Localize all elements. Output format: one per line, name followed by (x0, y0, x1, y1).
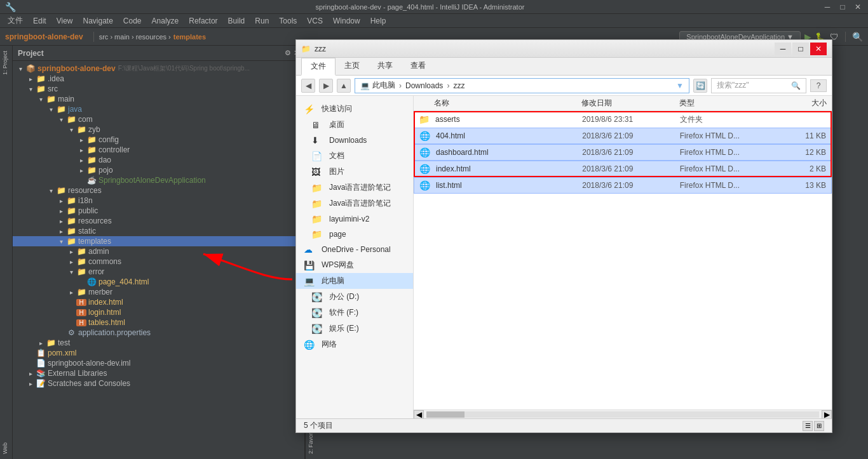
fe-back-btn[interactable]: ◀ (301, 79, 315, 93)
fe-nav-pictures[interactable]: 🖼 图片 (296, 164, 413, 180)
menu-tools[interactable]: Tools (274, 15, 302, 27)
fe-nav-this-pc[interactable]: 💻 此电脑 (296, 273, 413, 289)
tree-item-idea[interactable]: ▸ 📁 .idea (13, 74, 304, 84)
menu-navigate[interactable]: Navigate (78, 15, 118, 27)
tree-item-java[interactable]: ▾ 📁 java (13, 104, 304, 114)
find-btn[interactable]: 🔍 (852, 32, 863, 42)
fe-nav-page[interactable]: 📁 page (296, 227, 413, 242)
fe-nav-layui[interactable]: 📁 layuimini-v2 (296, 211, 413, 227)
fe-refresh-btn[interactable]: 🔄 (693, 79, 707, 93)
tree-item-admin[interactable]: ▸ 📁 admin (13, 246, 304, 256)
tree-item-iml[interactable]: 📄 springboot-alone-dev.iml (13, 358, 304, 368)
fe-file-index[interactable]: 🌐 index.html 2018/3/6 21:09 Firefox HTML… (414, 161, 832, 177)
tree-item-com[interactable]: ▾ 📁 com (13, 114, 304, 124)
tree-item-root[interactable]: ▾ 📦 springboot-alone-dev F:\课程\Java框架\01… (13, 63, 304, 74)
tree-item-pojo[interactable]: ▸ 📁 pojo (13, 165, 304, 175)
fe-address-field[interactable]: 💻 此电脑 › Downloads › zzz ▼ (355, 78, 689, 93)
tree-item-scratches[interactable]: ▸ 📝 Scratches and Consoles (13, 378, 304, 389)
left-tab-web[interactable]: Web (0, 437, 12, 459)
tree-item-src[interactable]: ▾ 📁 src (13, 84, 304, 94)
tree-item-i18n[interactable]: ▸ 📁 i18n (13, 196, 304, 206)
col-date[interactable]: 修改日期 (581, 98, 680, 109)
fe-nav-docs[interactable]: 📄 文档 (296, 148, 413, 164)
tree-item-app-class[interactable]: ☕ SpringbootAloneDevApplication (13, 175, 304, 185)
tree-item-commons[interactable]: ▸ 📁 commons (13, 256, 304, 267)
left-tab-project[interactable]: 1: Project (0, 46, 12, 80)
tree-item-config[interactable]: ▸ 📁 config (13, 135, 304, 145)
tree-item-resources-sub[interactable]: ▸ 📁 resources (13, 216, 304, 226)
menu-analyze[interactable]: Analyze (147, 15, 184, 27)
close-btn[interactable]: ✕ (853, 3, 863, 11)
fe-nav-f-drive[interactable]: 💽 软件 (F:) (296, 305, 413, 321)
fe-minimize-btn[interactable]: ─ (775, 43, 791, 55)
tree-item-resources-dir[interactable]: ▾ 📁 resources (13, 185, 304, 196)
fe-close-btn[interactable]: ✕ (810, 43, 827, 55)
fe-grid-view-icon[interactable]: ⊞ (814, 421, 824, 431)
fe-scrollbar-h[interactable]: ◀ ▶ (414, 409, 832, 418)
tree-item-controller[interactable]: ▸ 📁 controller (13, 145, 304, 155)
tree-item-static[interactable]: ▸ 📁 static (13, 226, 304, 236)
menu-view[interactable]: View (51, 15, 78, 27)
fe-tab-share[interactable]: 共享 (369, 58, 402, 75)
tree-arrow-test: ▸ (36, 340, 46, 347)
menu-edit[interactable]: Edit (28, 15, 51, 27)
fe-address-dropdown[interactable]: ▼ (676, 81, 684, 90)
fe-nav-quick-access[interactable]: ⚡ 快速访问 (296, 101, 413, 117)
tree-item-ext-libs[interactable]: ▸ 📚 External Libraries (13, 368, 304, 378)
fe-nav-onedrive[interactable]: ☁ OneDrive - Personal (296, 242, 413, 257)
col-size[interactable]: 大小 (778, 98, 827, 109)
fe-file-404[interactable]: 🌐 404.html 2018/3/6 21:09 Firefox HTML D… (414, 128, 832, 144)
fe-up-btn[interactable]: ▲ (337, 79, 351, 93)
scroll-right-btn[interactable]: ▶ (822, 410, 832, 419)
menu-refactor[interactable]: Refactor (184, 15, 222, 27)
fe-tab-file[interactable]: 文件 (301, 58, 336, 76)
menu-code[interactable]: Code (118, 15, 147, 27)
tree-item-zyb[interactable]: ▾ 📁 zyb (13, 124, 304, 135)
tree-item-tables-html[interactable]: H tables.html (13, 317, 304, 328)
scroll-left-btn[interactable]: ◀ (414, 410, 424, 419)
fe-nav-java2[interactable]: 📁 Java语言进阶笔记 (296, 196, 413, 211)
panel-settings-btn[interactable]: ⚙ (285, 49, 291, 57)
menu-run[interactable]: Run (250, 15, 274, 27)
fe-nav-d-drive[interactable]: 💽 办公 (D:) (296, 289, 413, 305)
fe-forward-btn[interactable]: ▶ (319, 79, 333, 93)
fe-nav-network[interactable]: 🌐 网络 (296, 336, 413, 352)
menu-build[interactable]: Build (223, 15, 250, 27)
fe-help-btn[interactable]: ? (810, 79, 827, 92)
tree-item-error[interactable]: ▾ 📁 error (13, 267, 304, 277)
menu-help[interactable]: Help (365, 15, 391, 27)
tree-item-404[interactable]: 🌐 page_404.html (13, 277, 304, 287)
network-icon: 🌐 (304, 340, 316, 350)
fe-tab-home[interactable]: 主页 (336, 58, 369, 75)
tree-item-merber[interactable]: ▸ 📁 merber (13, 287, 304, 297)
fe-nav-java1[interactable]: 📁 Java语言进阶笔记 (296, 180, 413, 196)
tree-item-app-props[interactable]: ⚙ application.properties (13, 328, 304, 338)
tree-item-login-html[interactable]: H login.html (13, 307, 304, 317)
fe-nav-desktop[interactable]: 🖥 桌面 (296, 117, 413, 133)
tree-item-pom[interactable]: 📋 pom.xml (13, 348, 304, 358)
col-type[interactable]: 类型 (679, 98, 778, 109)
tree-item-dao[interactable]: ▸ 📁 dao (13, 155, 304, 165)
fe-scroll-thumb[interactable] (426, 411, 465, 418)
fe-maximize-btn[interactable]: □ (792, 43, 809, 55)
tree-item-public[interactable]: ▸ 📁 public (13, 206, 304, 216)
tree-item-test[interactable]: ▸ 📁 test (13, 338, 304, 348)
fe-nav-downloads[interactable]: ⬇ Downloads (296, 133, 413, 148)
menu-window[interactable]: Window (328, 15, 365, 27)
fe-file-dashboard[interactable]: 🌐 dashboard.html 2018/3/6 21:09 Firefox … (414, 144, 832, 161)
menu-file[interactable]: 文件 (3, 14, 28, 27)
fe-search-field[interactable]: 搜索"zzz" 🔍 (711, 78, 806, 93)
minimize-btn[interactable]: ─ (822, 3, 832, 11)
fe-tab-view[interactable]: 查看 (402, 58, 435, 75)
tree-item-templates[interactable]: ▾ 📁 templates (13, 236, 304, 246)
menu-vcs[interactable]: VCS (302, 15, 328, 27)
fe-nav-e-drive[interactable]: 💽 娱乐 (E:) (296, 321, 413, 336)
fe-nav-wps[interactable]: 💾 WPS网盘 (296, 257, 413, 273)
fe-file-list-html[interactable]: 🌐 list.html 2018/3/6 21:09 Firefox HTML … (414, 177, 832, 194)
maximize-btn[interactable]: □ (837, 3, 848, 11)
tree-item-main[interactable]: ▾ 📁 main (13, 94, 304, 104)
col-name[interactable]: 名称 (419, 98, 581, 109)
fe-list-view-icon[interactable]: ☰ (803, 421, 813, 431)
fe-file-asserts[interactable]: 📁 asserts 2019/8/6 23:31 文件夹 (414, 111, 832, 128)
tree-item-index-html[interactable]: H index.html (13, 297, 304, 307)
